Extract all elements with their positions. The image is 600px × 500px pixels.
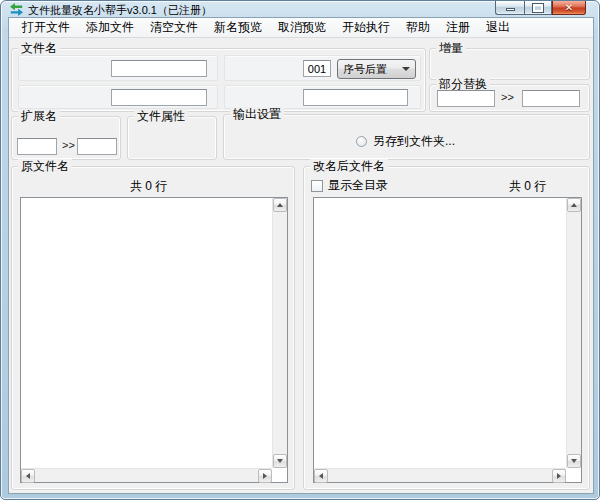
menu-help[interactable]: 帮助 bbox=[398, 17, 438, 39]
window-controls: ✕ bbox=[495, 1, 586, 15]
output-settings-group-label: 输出设置 bbox=[230, 107, 284, 121]
arrow-right-icon bbox=[557, 473, 561, 479]
extension-from-input[interactable] bbox=[17, 138, 57, 155]
extension-group-label: 扩展名 bbox=[18, 109, 60, 123]
window-title: 文件批量改名小帮手v3.0.1（已注册） bbox=[28, 3, 212, 18]
original-files-hscrollbar[interactable] bbox=[21, 468, 272, 482]
original-files-group: 原文件名 共 0 行 bbox=[11, 166, 295, 490]
chevron-down-icon bbox=[402, 67, 410, 71]
close-icon: ✕ bbox=[565, 2, 573, 14]
app-window: 文件批量改名小帮手v3.0.1（已注册） ✕ 打开文件 添加文件 清空文件 新名… bbox=[0, 0, 600, 500]
renamed-files-group-label: 改名后文件名 bbox=[310, 159, 388, 173]
extension-separator: >> bbox=[62, 139, 75, 151]
scroll-right-button[interactable] bbox=[552, 469, 566, 483]
serial-number-input[interactable] bbox=[303, 60, 331, 77]
filename-input-2[interactable] bbox=[111, 89, 207, 106]
extension-group: 扩展名 >> bbox=[11, 116, 121, 160]
menu-exit[interactable]: 退出 bbox=[478, 17, 518, 39]
renamed-files-count: 共 0 行 bbox=[509, 178, 546, 195]
arrow-up-icon bbox=[571, 203, 577, 207]
arrow-down-icon bbox=[571, 459, 577, 463]
partial-replace-group: 部分替换 >> bbox=[429, 84, 590, 112]
save-to-folder-label: 另存到文件夹... bbox=[373, 133, 455, 150]
extension-to-input[interactable] bbox=[77, 138, 117, 155]
scroll-left-button[interactable] bbox=[314, 469, 328, 483]
partial-replace-to-input[interactable] bbox=[522, 90, 580, 107]
minimize-icon bbox=[506, 8, 515, 11]
filename-panel-2 bbox=[18, 85, 218, 109]
menu-start-execute[interactable]: 开始执行 bbox=[334, 17, 398, 39]
maximize-button[interactable] bbox=[524, 1, 552, 15]
output-settings-group: 输出设置 另存到文件夹... bbox=[223, 114, 590, 160]
extra-panel bbox=[224, 85, 421, 109]
serial-mode-dropdown[interactable]: 序号后置 bbox=[337, 59, 416, 79]
renamed-files-hscrollbar[interactable] bbox=[314, 468, 566, 482]
scroll-down-button[interactable] bbox=[273, 454, 287, 468]
partial-replace-separator: >> bbox=[501, 91, 514, 103]
arrow-left-icon bbox=[319, 473, 323, 479]
original-files-list[interactable] bbox=[20, 197, 288, 483]
minimize-button[interactable] bbox=[495, 1, 524, 15]
menu-register[interactable]: 注册 bbox=[438, 17, 478, 39]
scroll-up-button[interactable] bbox=[567, 198, 581, 212]
scroll-left-button[interactable] bbox=[21, 469, 35, 483]
menu-bar: 打开文件 添加文件 清空文件 新名预览 取消预览 开始执行 帮助 注册 退出 bbox=[9, 18, 593, 38]
scroll-down-button[interactable] bbox=[567, 454, 581, 468]
original-files-vscrollbar[interactable] bbox=[272, 198, 287, 468]
save-to-folder-option[interactable]: 另存到文件夹... bbox=[356, 133, 455, 150]
renamed-files-group: 改名后文件名 显示全目录 共 0 行 bbox=[303, 166, 590, 490]
titlebar[interactable]: 文件批量改名小帮手v3.0.1（已注册） ✕ bbox=[1, 1, 599, 17]
original-files-group-label: 原文件名 bbox=[18, 159, 72, 173]
client-area: 打开文件 添加文件 清空文件 新名预览 取消预览 开始执行 帮助 注册 退出 文… bbox=[8, 17, 594, 494]
save-to-folder-radio[interactable] bbox=[356, 136, 367, 147]
show-full-path-label: 显示全目录 bbox=[328, 177, 388, 194]
arrow-right-icon bbox=[263, 473, 267, 479]
attributes-group: 文件属性 bbox=[127, 116, 217, 160]
filename-input-1[interactable] bbox=[111, 60, 207, 77]
arrow-left-icon bbox=[26, 473, 30, 479]
show-full-path-checkbox[interactable] bbox=[311, 180, 323, 192]
menu-cancel-preview[interactable]: 取消预览 bbox=[270, 17, 334, 39]
original-files-count: 共 0 行 bbox=[130, 178, 167, 195]
renamed-files-vscrollbar[interactable] bbox=[566, 198, 581, 468]
maximize-icon bbox=[533, 4, 543, 12]
scroll-up-button[interactable] bbox=[273, 198, 287, 212]
original-files-list-items[interactable] bbox=[21, 198, 272, 468]
menu-open-files[interactable]: 打开文件 bbox=[14, 17, 78, 39]
attributes-group-label: 文件属性 bbox=[134, 109, 188, 123]
partial-replace-group-label: 部分替换 bbox=[436, 77, 490, 91]
serial-panel: 序号后置 bbox=[224, 55, 421, 81]
show-full-path-option[interactable]: 显示全目录 bbox=[311, 177, 388, 194]
renamed-files-list[interactable] bbox=[313, 197, 582, 483]
sync-arrows-icon bbox=[10, 3, 23, 16]
increment-group-label: 增量 bbox=[436, 41, 466, 55]
arrow-up-icon bbox=[277, 203, 283, 207]
filename-group-label: 文件名 bbox=[18, 41, 60, 55]
menu-clear-files[interactable]: 清空文件 bbox=[142, 17, 206, 39]
close-button[interactable]: ✕ bbox=[552, 1, 586, 15]
menu-add-files[interactable]: 添加文件 bbox=[78, 17, 142, 39]
arrow-down-icon bbox=[277, 459, 283, 463]
extra-input[interactable] bbox=[303, 89, 408, 106]
filename-panel-1 bbox=[18, 55, 218, 81]
increment-group: 增量 bbox=[429, 48, 590, 80]
menu-preview-names[interactable]: 新名预览 bbox=[206, 17, 270, 39]
filename-group: 文件名 序号后置 bbox=[11, 48, 426, 112]
renamed-files-list-items[interactable] bbox=[314, 198, 566, 468]
partial-replace-from-input[interactable] bbox=[437, 90, 495, 107]
scroll-right-button[interactable] bbox=[258, 469, 272, 483]
serial-mode-selected: 序号后置 bbox=[343, 62, 402, 77]
